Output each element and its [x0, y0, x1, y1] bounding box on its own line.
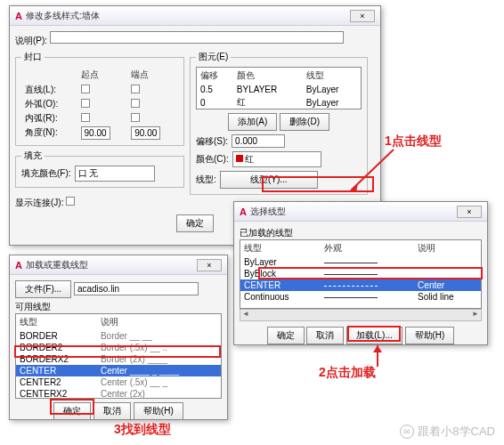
desc-label: 说明(P):: [15, 36, 47, 45]
select-titlebar: 选择线型 ×: [234, 202, 487, 222]
highlight-box-selected: [258, 267, 483, 279]
checkbox[interactable]: [81, 99, 90, 108]
wechat-icon: ✉: [400, 425, 414, 439]
elem-row: 0.5BYLAYERByLayer: [197, 84, 361, 95]
color-select[interactable]: 红: [232, 151, 321, 167]
main-titlebar: 修改多线样式:墙体 ×: [10, 6, 380, 26]
select-ok-button[interactable]: 确定: [267, 327, 305, 344]
arrow-icon: [349, 144, 402, 194]
delete-button[interactable]: 删除(D): [280, 113, 329, 131]
angle-end-input[interactable]: 90.00: [131, 126, 160, 140]
horizontal-scrollbar[interactable]: ◄►: [240, 309, 482, 321]
load-linetype-window: 加载或重载线型 × 文件(F)... acadiso.lin 可用线型 线型说明…: [9, 255, 228, 420]
fill-group: 填充 填充颜色(F): 口 无: [15, 150, 184, 188]
file-button[interactable]: 文件(F)...: [15, 280, 71, 298]
close-icon[interactable]: ×: [457, 206, 482, 218]
desc-input[interactable]: [50, 31, 344, 44]
highlight-box-3: [50, 399, 94, 415]
arrow-icon: [369, 342, 386, 368]
load-titlebar: 加载或重载线型 ×: [10, 255, 227, 275]
highlight-box-2: [347, 326, 401, 342]
callout-3: 3找到线型: [114, 422, 171, 438]
load-title: 加载或重载线型: [26, 259, 197, 271]
checkbox[interactable]: [131, 99, 140, 108]
load-lt-row: CENTER2Center (.5x) __ _: [16, 376, 221, 388]
lt-row: CENTERCenter: [240, 279, 481, 291]
select-title: 选择线型: [250, 206, 457, 218]
watermark: ✉ 跟着小8学CAD: [400, 424, 495, 440]
main-ok-button[interactable]: 确定: [176, 214, 214, 232]
checkbox[interactable]: [131, 113, 140, 122]
close-icon[interactable]: ×: [197, 259, 222, 271]
load-lt-row: BORDERBorder __ __: [16, 330, 221, 342]
load-cancel-button[interactable]: 取消: [93, 402, 131, 420]
checkbox[interactable]: [81, 113, 90, 122]
close-icon[interactable]: ×: [350, 10, 375, 22]
load-lt-row: CENTERX2Center (2x) ______: [16, 388, 221, 399]
app-icon: [240, 206, 250, 217]
app-icon: [15, 260, 26, 271]
load-help-button[interactable]: 帮助(H): [134, 402, 183, 420]
highlight-box-center: [14, 345, 221, 358]
load-lt-row: CENTERCenter ____ _ ____: [16, 365, 221, 376]
checkbox[interactable]: [131, 85, 140, 93]
select-cancel-button[interactable]: 取消: [306, 327, 344, 344]
callout-2: 2点击加载: [319, 365, 376, 381]
elem-group: 图元(E) 偏移颜色线型 0.5BYLAYERByLayer 0红ByLayer…: [190, 51, 368, 195]
app-icon: [15, 11, 26, 21]
show-conn-checkbox[interactable]: [66, 197, 75, 206]
cap-group: 封口 起点端点 直线(L): 外弧(O): 内弧(R): 角度(N):90.00…: [15, 51, 184, 146]
fill-color-select[interactable]: 口 无: [75, 166, 155, 182]
elem-row: 0红ByLayer: [197, 95, 361, 109]
select-help-button[interactable]: 帮助(H): [405, 327, 455, 344]
lt-row: ContinuousSolid line: [240, 291, 481, 303]
file-input[interactable]: acadiso.lin: [74, 282, 199, 295]
main-title: 修改多线样式:墙体: [26, 10, 350, 22]
angle-start-input[interactable]: 90.00: [81, 126, 110, 140]
add-button[interactable]: 添加(A): [228, 113, 277, 131]
offset-input[interactable]: 0.000: [232, 134, 285, 148]
checkbox[interactable]: [81, 85, 90, 93]
